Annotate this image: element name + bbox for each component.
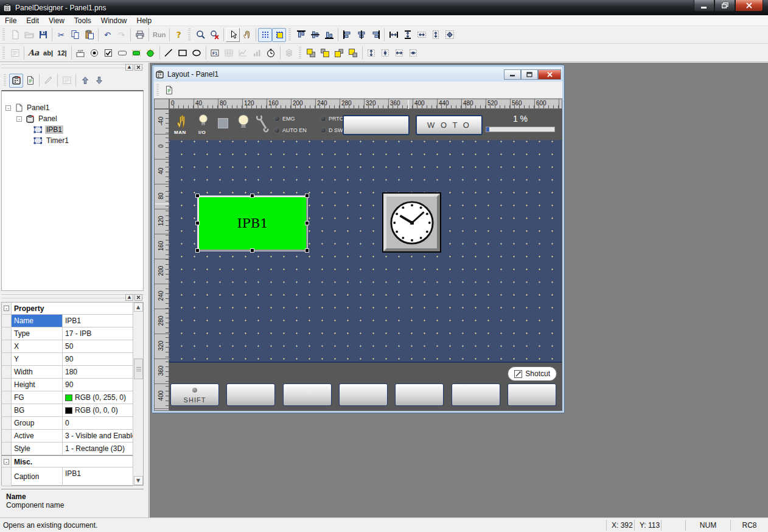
paste-button[interactable]: [82, 28, 96, 42]
misc-section-header[interactable]: - Misc.: [2, 455, 133, 467]
radio-tool-button[interactable]: [88, 46, 102, 60]
layout-titlebar[interactable]: Layout - Panel1: [154, 67, 562, 82]
move-down-button[interactable]: [92, 74, 106, 88]
property-value[interactable]: 3 - Visible and Enabled: [63, 430, 133, 442]
editbox-tool-button[interactable]: xyz: [74, 46, 88, 60]
property-row-name[interactable]: NameIPB1: [2, 315, 133, 327]
timer-tool-button[interactable]: [264, 46, 278, 60]
property-row-group[interactable]: Group0: [2, 417, 133, 430]
pan-tool-button[interactable]: [240, 28, 254, 42]
menu-edit[interactable]: Edit: [21, 16, 44, 26]
property-row-type[interactable]: Type17 - IPB: [2, 327, 133, 340]
property-value[interactable]: IPB1: [63, 315, 133, 327]
property-row-bg[interactable]: BGRGB (0, 0, 0): [2, 404, 133, 417]
align-middle-button[interactable]: [308, 28, 322, 42]
toolbar-grip[interactable]: [299, 47, 301, 59]
graph-tool-button[interactable]: [236, 46, 250, 60]
property-label[interactable]: BG: [12, 404, 63, 416]
layers-tool-button[interactable]: [282, 46, 296, 60]
property-value[interactable]: 90: [63, 353, 133, 365]
font-tool-button[interactable]: Aa: [26, 46, 41, 60]
script-view-button[interactable]: [23, 74, 37, 88]
snap-grid-button[interactable]: [272, 28, 286, 42]
toolbar-grip[interactable]: [4, 74, 6, 86]
move-up-button[interactable]: [78, 74, 92, 88]
delete-component-button[interactable]: [41, 74, 55, 88]
screen-properties-button[interactable]: [162, 83, 176, 97]
panel-key-blank-4[interactable]: [395, 383, 444, 406]
align-center-button[interactable]: [354, 28, 368, 42]
scrollbar-thumb[interactable]: [134, 359, 143, 379]
emg-indicator[interactable]: EMG: [274, 116, 295, 122]
undo-button[interactable]: ↶: [100, 28, 114, 42]
property-label[interactable]: Group: [12, 417, 63, 429]
space-down-button[interactable]: [365, 46, 379, 60]
property-row-height[interactable]: Height90: [2, 379, 133, 391]
size-height-button[interactable]: [428, 28, 442, 42]
panel-key-blank-3[interactable]: [339, 383, 388, 406]
property-value[interactable]: RGB (0, 255, 0): [63, 391, 133, 404]
selection-handle-e[interactable]: [305, 221, 309, 225]
property-label[interactable]: Height: [12, 379, 63, 391]
property-row-fg[interactable]: FGRGB (0, 255, 0): [2, 391, 133, 404]
save-button[interactable]: [36, 28, 50, 42]
property-value[interactable]: 50: [63, 340, 133, 352]
help-button[interactable]: ?: [172, 28, 186, 42]
barchart-tool-button[interactable]: [250, 46, 264, 60]
property-row-caption[interactable]: Caption IPB1: [2, 467, 133, 486]
panel-view-button[interactable]: [9, 74, 23, 88]
component-property-button[interactable]: [60, 74, 74, 88]
toolbar-grip[interactable]: [288, 29, 291, 41]
show-grid-button[interactable]: [258, 28, 272, 42]
space-across-button[interactable]: [393, 46, 407, 60]
panel-key-shift[interactable]: SHIFT: [170, 383, 219, 406]
timer1-widget[interactable]: [382, 192, 441, 253]
collapse-icon[interactable]: -: [5, 105, 11, 111]
property-row-y[interactable]: Y90: [2, 353, 133, 366]
send-backward-button[interactable]: [346, 46, 360, 60]
align-bottom-button[interactable]: [322, 28, 336, 42]
design-canvas[interactable]: IPB1: [169, 140, 562, 362]
tree-item-timer1[interactable]: Timer1: [2, 135, 143, 146]
tree-item-panel1[interactable]: - Panel1: [2, 102, 143, 113]
align-left-button[interactable]: [340, 28, 354, 42]
menu-tools[interactable]: Tools: [69, 16, 96, 26]
close-button[interactable]: [735, 0, 763, 12]
checkbox-tool-button[interactable]: [102, 46, 116, 60]
property-row-x[interactable]: X50: [2, 340, 133, 353]
collapse-icon[interactable]: -: [4, 306, 9, 311]
same-width-button[interactable]: [386, 28, 400, 42]
button-tool-button[interactable]: [116, 46, 130, 60]
property-row-active[interactable]: Active3 - Visible and Enabled: [2, 430, 133, 443]
align-top-button[interactable]: [294, 28, 308, 42]
rectangle-tool-button[interactable]: [176, 46, 190, 60]
open-button[interactable]: [22, 28, 36, 42]
pane-close-button[interactable]: [134, 294, 142, 301]
property-label[interactable]: Type: [12, 327, 63, 340]
redo-button[interactable]: ↷: [114, 28, 128, 42]
print-button[interactable]: [133, 28, 147, 42]
io-bulb-icon[interactable]: [198, 114, 209, 128]
selection-handle-se[interactable]: [305, 248, 309, 253]
ellipse-tool-button[interactable]: [190, 46, 204, 60]
property-row-width[interactable]: Width180: [2, 366, 133, 379]
menu-file[interactable]: File: [0, 16, 21, 26]
select-tool-button[interactable]: [226, 28, 240, 42]
collapse-icon[interactable]: -: [4, 459, 9, 464]
panel-key-blank-2[interactable]: [283, 383, 332, 406]
pane-collapse-button[interactable]: ▲: [125, 294, 133, 301]
space-across-even-button[interactable]: [407, 46, 421, 60]
auto-en-indicator[interactable]: AUTO EN: [274, 127, 307, 133]
minimize-button[interactable]: [694, 0, 714, 12]
size-both-button[interactable]: [442, 28, 456, 42]
selection-handle-w[interactable]: [195, 221, 200, 225]
property-pane-header[interactable]: ▲: [1, 293, 144, 301]
shotcut-button[interactable]: Shotcut: [508, 366, 557, 381]
scroll-down-arrow[interactable]: ▼: [134, 476, 143, 485]
panel-key-blank-5[interactable]: [452, 383, 500, 406]
panel-key-blank-6[interactable]: [508, 383, 556, 406]
property-value[interactable]: 0: [63, 417, 133, 429]
size-width-button[interactable]: [414, 28, 428, 42]
ipb1-button[interactable]: IPB1: [198, 196, 307, 251]
pane-close-button[interactable]: [134, 64, 142, 71]
